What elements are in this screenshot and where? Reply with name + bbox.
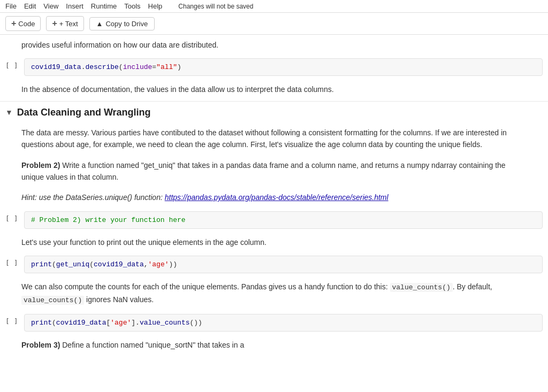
problem2-body: Write a function named "get_uniq" that t…: [21, 161, 506, 181]
value-counts-text2: . By default,: [453, 282, 492, 291]
section-title: Data Cleaning and Wrangling: [17, 107, 151, 118]
cleaning-text: The data are messy. Various parties have…: [21, 128, 507, 149]
menu-insert[interactable]: Insert: [66, 2, 83, 10]
hint-label: Hint: use the DataSeries.unique() functi…: [21, 193, 165, 202]
problem3-title: Problem 3): [21, 341, 60, 349]
cell-bracket-4: [ ]: [5, 314, 24, 325]
code-block-4[interactable]: print(covid19_data['age'].value_counts()…: [24, 314, 543, 332]
unique-elements-text: Let's use your function to print out the…: [21, 238, 267, 247]
cell-bracket-2: [ ]: [5, 211, 24, 222]
interpret-paragraph: In the absence of documentation, the val…: [0, 79, 548, 99]
interpret-text: In the absence of documentation, the val…: [21, 85, 334, 94]
problem2-title: Problem 2): [21, 161, 60, 170]
toolbar: + Code + + Text ▲ Copy to Drive: [0, 13, 548, 35]
problem2-text: Problem 2) Write a function named "get_u…: [0, 155, 548, 188]
collapse-arrow[interactable]: ▼: [5, 108, 13, 117]
changes-notice: Changes will not be saved: [178, 3, 253, 10]
menu-runtime[interactable]: Runtime: [91, 2, 117, 10]
cell-bracket-3: [ ]: [5, 256, 24, 267]
value-counts-inline1: value_counts(): [390, 283, 453, 292]
code-block-3[interactable]: print(get_uniq(covid19_data,'age')): [24, 256, 543, 273]
intro-text: provides useful information on how our d…: [21, 41, 218, 49]
divider-1: [0, 101, 548, 102]
notebook-content: provides useful information on how our d…: [0, 35, 548, 392]
add-text-label: + Text: [59, 20, 78, 28]
hint-link[interactable]: https://pandas.pydata.org/pandas-docs/st…: [165, 193, 389, 202]
value-counts-paragraph: We can also compute the counts for each …: [0, 276, 548, 311]
menu-tools[interactable]: Tools: [124, 2, 140, 10]
menu-bar: File Edit View Insert Runtime Tools Help…: [0, 0, 548, 13]
code-cell-3: [ ] print(get_uniq(covid19_data,'age')): [0, 255, 548, 274]
plus-icon: +: [11, 19, 16, 28]
copy-to-drive-label: Copy to Drive: [105, 20, 148, 28]
code-cell-4: [ ] print(covid19_data['age'].value_coun…: [0, 313, 548, 333]
code-cell-1: [ ] covid19_data.describe(include="all"): [0, 57, 548, 77]
value-counts-inline2: value_counts(): [21, 296, 84, 305]
section-header-cleaning: ▼ Data Cleaning and Wrangling: [0, 103, 548, 122]
cell-bracket-1: [ ]: [5, 58, 24, 70]
cleaning-paragraph: The data are messy. Various parties have…: [0, 122, 548, 155]
menu-file[interactable]: File: [5, 2, 17, 10]
plus-icon-text: +: [52, 19, 57, 28]
menu-edit[interactable]: Edit: [24, 2, 36, 10]
add-code-button[interactable]: + Code: [5, 16, 41, 31]
add-text-button[interactable]: + + Text: [46, 16, 83, 31]
copy-to-drive-button[interactable]: ▲ Copy to Drive: [89, 17, 155, 30]
intro-paragraph: provides useful information on how our d…: [0, 35, 548, 55]
code-cell-2: [ ] # Problem 2) write your function her…: [0, 210, 548, 230]
unique-elements-paragraph: Let's use your function to print out the…: [0, 232, 548, 252]
code-block-1[interactable]: covid19_data.describe(include="all"): [24, 58, 543, 76]
code-block-2[interactable]: # Problem 2) write your function here: [24, 211, 543, 229]
value-counts-text1: We can also compute the counts for each …: [21, 282, 390, 291]
hint-text: Hint: use the DataSeries.unique() functi…: [0, 187, 548, 207]
problem3-body: Define a function named "unique_sortN" t…: [60, 341, 244, 349]
problem3-text: Problem 3) Define a function named "uniq…: [0, 335, 548, 355]
value-counts-text3: ignores NaN values.: [84, 295, 154, 304]
menu-view[interactable]: View: [43, 2, 58, 10]
drive-icon: ▲: [96, 20, 103, 28]
add-code-label: Code: [18, 20, 35, 28]
menu-help[interactable]: Help: [148, 2, 163, 10]
